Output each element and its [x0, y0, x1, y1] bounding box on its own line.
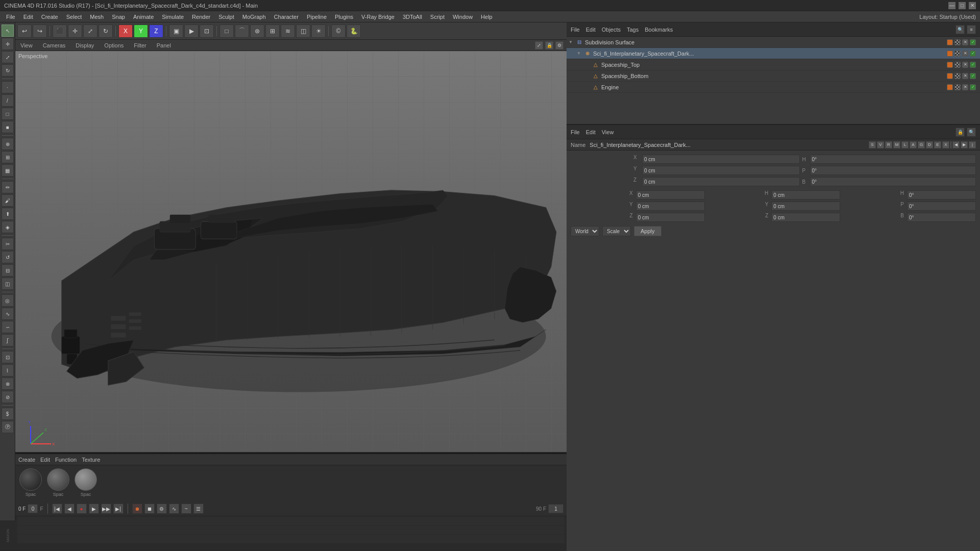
obj-row-1[interactable]: ▼⊕Sci_fi_Interplanetary_Spacecraft_Dark.…: [567, 48, 980, 59]
pos-x-input[interactable]: [642, 155, 800, 164]
obj-menu-file[interactable]: File: [571, 27, 580, 33]
obj-dot-x[interactable]: ✕: [962, 39, 968, 45]
vp-tab-filter[interactable]: Filter: [132, 41, 148, 49]
pos-y3-input[interactable]: [771, 202, 840, 211]
camera-btn[interactable]: ◫: [296, 24, 310, 38]
tool-draw-pen[interactable]: ✏: [2, 181, 14, 193]
menu-select[interactable]: Select: [62, 13, 86, 21]
render-view-btn[interactable]: ▣: [169, 24, 183, 38]
attr-l-btn[interactable]: L: [901, 141, 909, 148]
mat-swatch-3[interactable]: [75, 468, 97, 491]
attr-x-btn[interactable]: X: [942, 141, 949, 148]
tool-bridge[interactable]: ⊟: [2, 264, 14, 277]
python-icon-btn[interactable]: 🐍: [347, 24, 361, 38]
tool-points[interactable]: ·: [2, 81, 14, 93]
attr-e-btn[interactable]: E: [934, 141, 941, 148]
mat-item-1[interactable]: Spac: [19, 468, 42, 497]
timeline-editor-btn[interactable]: ☰: [193, 504, 204, 514]
tool-spline[interactable]: ʃ: [2, 334, 14, 346]
menu-render[interactable]: Render: [188, 13, 214, 21]
pos-y-input[interactable]: [642, 166, 800, 175]
obj-dot-x[interactable]: ✕: [962, 62, 968, 68]
rot-b-input[interactable]: [810, 177, 976, 186]
tool-python[interactable]: Ⓟ: [2, 421, 14, 433]
tool-smooth[interactable]: ∿: [2, 308, 14, 320]
pos-z2-input[interactable]: [636, 213, 705, 222]
menu-snap[interactable]: Snap: [108, 13, 129, 21]
scale-tool-btn[interactable]: ⤢: [83, 24, 97, 38]
x-axis-btn[interactable]: X: [118, 24, 133, 38]
tool-select[interactable]: ↖: [2, 24, 14, 37]
attr-d-btn[interactable]: D: [926, 141, 933, 148]
mat-menu-texture[interactable]: Texture: [82, 457, 100, 463]
mat-menu-function[interactable]: Function: [55, 457, 77, 463]
tool-sculpt-grab[interactable]: ∽: [2, 321, 14, 333]
attr-menu-file[interactable]: File: [571, 129, 580, 135]
y-axis-btn[interactable]: Y: [134, 24, 148, 38]
pos-b2-input[interactable]: [907, 213, 976, 222]
obj-dot-checker[interactable]: [954, 39, 961, 45]
vp-settings-btn[interactable]: ⚙: [555, 41, 564, 49]
vp-expand-btn[interactable]: ⤢: [535, 41, 543, 49]
rot-h-input[interactable]: [810, 155, 976, 164]
obj-row-2[interactable]: △Spaceship_Top ✕ ✓: [567, 59, 980, 70]
render-region-btn[interactable]: ⊡: [200, 24, 214, 38]
obj-dot-color[interactable]: [947, 39, 953, 45]
vp-tab-cameras[interactable]: Cameras: [41, 41, 68, 49]
obj-dot-check[interactable]: ✓: [970, 73, 976, 79]
tool-model[interactable]: ■: [2, 121, 14, 133]
window-controls[interactable]: — □ ✕: [948, 2, 976, 9]
tool-knife[interactable]: ✂: [2, 238, 14, 250]
vp-tab-view[interactable]: View: [18, 41, 35, 49]
vp-tab-panel[interactable]: Panel: [155, 41, 173, 49]
attr-nav-next[interactable]: ▶: [961, 141, 968, 148]
attr-a-btn[interactable]: A: [910, 141, 917, 148]
attr-v-btn[interactable]: V: [877, 141, 884, 148]
pos-y2-input[interactable]: [636, 202, 705, 211]
tool-paint[interactable]: 🖌: [2, 194, 14, 207]
attr-menu-edit[interactable]: Edit: [586, 129, 596, 135]
minimize-button[interactable]: —: [948, 2, 955, 9]
obj-dot-color[interactable]: [947, 84, 953, 90]
obj-dot-check[interactable]: ✓: [970, 62, 976, 68]
cube-btn[interactable]: □: [219, 24, 234, 38]
tool-material-ref[interactable]: $: [2, 408, 14, 420]
attr-m-btn[interactable]: M: [893, 141, 900, 148]
tool-edges[interactable]: /: [2, 94, 14, 107]
obj-row-4[interactable]: △Engine ✕ ✓: [567, 82, 980, 93]
obj-dot-check[interactable]: ✓: [970, 39, 976, 45]
go-to-start-btn[interactable]: |◀: [52, 504, 62, 514]
mat-menu-edit[interactable]: Edit: [40, 457, 50, 463]
pos-h2-input[interactable]: [771, 190, 840, 199]
menu-sculpt[interactable]: Sculpt: [214, 13, 238, 21]
tool-scale[interactable]: ⤢: [2, 51, 14, 63]
attr-search-btn[interactable]: 🔍: [967, 128, 976, 137]
tool-loop[interactable]: ↺: [2, 251, 14, 263]
play-btn[interactable]: ▶: [89, 504, 99, 514]
obj-dot-color[interactable]: [947, 62, 953, 68]
obj-dot-x[interactable]: ✕: [962, 51, 968, 57]
tool-extrude[interactable]: ⬆: [2, 208, 14, 220]
menu-mesh[interactable]: Mesh: [86, 13, 108, 21]
live-select-btn[interactable]: ⬛: [53, 24, 67, 38]
rot-p-input[interactable]: [810, 166, 976, 175]
obj-dot-checker[interactable]: [954, 51, 961, 57]
obj-row-3[interactable]: △Spaceship_Bottom ✕ ✓: [567, 70, 980, 82]
attr-lock-btn[interactable]: 🔒: [955, 128, 965, 137]
obj-menu-objects[interactable]: Objects: [602, 27, 621, 33]
mat-item-3[interactable]: Spac: [75, 468, 97, 497]
obj-dot-check[interactable]: ✓: [970, 51, 976, 57]
pos-z-input[interactable]: [642, 177, 800, 186]
motion-path-btn[interactable]: ∿: [169, 504, 179, 514]
mat-swatch-1[interactable]: [19, 468, 42, 491]
pos-x2-input[interactable]: [636, 190, 705, 199]
anim-settings-btn[interactable]: ⚙: [157, 504, 167, 514]
curve-editor-btn[interactable]: ~: [181, 504, 191, 514]
tool-grid[interactable]: ▦: [2, 164, 14, 177]
array-btn[interactable]: ⊞: [265, 24, 280, 38]
menu-mograph[interactable]: MoGraph: [238, 13, 270, 21]
viewport-canvas[interactable]: Perspective: [15, 51, 567, 462]
light-btn[interactable]: ☀: [311, 24, 326, 38]
rotate-tool-btn[interactable]: ↻: [99, 24, 113, 38]
attr-nav-prev[interactable]: ◀: [952, 141, 960, 148]
